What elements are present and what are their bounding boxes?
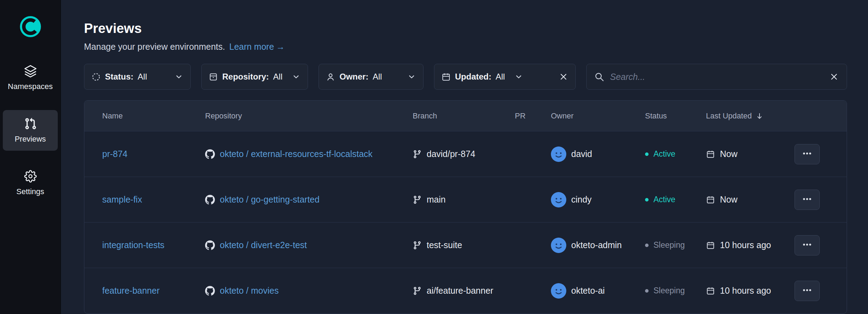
column-header-last-updated[interactable]: Last Updated [706, 111, 794, 121]
avatar [551, 146, 566, 162]
row-actions-button[interactable] [794, 281, 820, 301]
column-header-pr[interactable]: PR [515, 111, 551, 121]
previews-table: Name Repository Branch PR Owner Status L… [84, 100, 847, 314]
preview-name-link[interactable]: feature-banner [102, 286, 160, 296]
chevron-down-icon [514, 72, 523, 81]
git-branch-icon [413, 150, 422, 159]
main-content: Previews Manage your preview environment… [61, 0, 868, 314]
owner-name: okteto-ai [571, 286, 605, 296]
chevron-down-icon [292, 72, 301, 81]
git-branch-icon [413, 241, 422, 250]
status-filter-dropdown[interactable]: Status: All [84, 64, 191, 90]
row-actions-button[interactable] [794, 144, 820, 164]
preview-name-link[interactable]: integration-tests [102, 240, 164, 250]
column-header-name[interactable]: Name [102, 111, 205, 121]
ellipsis-icon [802, 148, 812, 160]
github-icon [205, 149, 215, 159]
status-dot-icon [645, 244, 649, 247]
updated-filter-dropdown[interactable]: Updated: All [434, 64, 576, 90]
sidebar-item-previews[interactable]: Previews [3, 110, 58, 151]
table-row: pr-874 okteto / external-resources-tf-lo… [84, 131, 847, 177]
status-icon [91, 72, 101, 82]
branch-name: main [427, 194, 446, 205]
repository-link[interactable]: okteto / movies [220, 286, 279, 296]
last-updated-value: 10 hours ago [720, 286, 771, 296]
status-dot-icon [645, 289, 649, 293]
last-updated-value: Now [720, 149, 737, 159]
page-subtitle: Manage your preview environments. Learn … [84, 42, 847, 52]
sidebar-item-label: Namespaces [8, 82, 52, 91]
sidebar-nav: Namespaces Previews Settings [0, 57, 61, 203]
person-icon [326, 72, 335, 82]
calendar-icon [706, 286, 715, 295]
github-icon [205, 240, 215, 250]
branch-name: ai/feature-banner [427, 286, 493, 296]
sidebar-item-label: Previews [15, 135, 46, 144]
filter-bar: Status: All Repository: All Owner: All U… [84, 64, 847, 90]
avatar [551, 192, 566, 207]
status-badge: Active [645, 149, 706, 159]
table-row: integration-tests okteto / divert-e2e-te… [84, 222, 847, 268]
avatar [551, 238, 566, 253]
github-icon [205, 195, 215, 205]
search-icon [594, 72, 604, 82]
preview-name-link[interactable]: pr-874 [102, 149, 127, 159]
calendar-icon [441, 72, 451, 82]
owner-name: david [571, 149, 592, 159]
repository-link[interactable]: okteto / external-resources-tf-localstac… [220, 149, 372, 159]
column-header-repository[interactable]: Repository [205, 111, 413, 121]
column-header-status[interactable]: Status [645, 111, 706, 121]
calendar-icon [706, 195, 715, 204]
status-dot-icon [645, 198, 649, 202]
row-actions-button[interactable] [794, 235, 820, 255]
page-title: Previews [84, 21, 847, 36]
calendar-icon [706, 150, 715, 159]
column-header-branch[interactable]: Branch [413, 111, 515, 121]
subtitle-text: Manage your preview environments. [84, 42, 225, 52]
owner-filter-dropdown[interactable]: Owner: All [318, 64, 424, 90]
github-icon [205, 286, 215, 296]
table-header-row: Name Repository Branch PR Owner Status L… [84, 101, 847, 131]
repository-link[interactable]: okteto / divert-e2e-test [220, 240, 307, 250]
sidebar-item-settings[interactable]: Settings [3, 163, 58, 203]
column-header-owner[interactable]: Owner [551, 111, 645, 121]
branch-name: test-suite [427, 240, 462, 250]
status-badge: Sleeping [645, 286, 706, 295]
repository-filter-dropdown[interactable]: Repository: All [201, 64, 308, 90]
okteto-logo-icon[interactable] [19, 15, 42, 38]
last-updated-value: 10 hours ago [720, 240, 771, 250]
last-updated-value: Now [720, 194, 737, 205]
status-dot-icon [645, 152, 649, 156]
preview-name-link[interactable]: sample-fix [102, 194, 142, 205]
chevron-down-icon [407, 72, 416, 81]
gear-icon [24, 170, 37, 183]
status-badge: Sleeping [645, 240, 706, 250]
search-bar [586, 64, 847, 90]
previews-icon [24, 117, 37, 130]
search-input[interactable] [610, 72, 824, 82]
avatar [551, 283, 566, 299]
clear-updated-filter-icon[interactable] [559, 72, 568, 82]
sort-descending-icon [755, 112, 764, 120]
chevron-down-icon [174, 72, 183, 81]
owner-name: okteto-admin [571, 240, 622, 250]
table-row: sample-fix okteto / go-getting-started m… [84, 177, 847, 222]
sidebar-item-label: Settings [16, 187, 44, 196]
arrow-right-icon: → [276, 42, 285, 52]
repository-icon [209, 72, 218, 82]
calendar-icon [706, 241, 715, 250]
sidebar-item-namespaces[interactable]: Namespaces [3, 57, 58, 98]
branch-name: david/pr-874 [427, 149, 475, 159]
git-branch-icon [413, 195, 422, 204]
ellipsis-icon [802, 194, 812, 205]
table-row: feature-banner okteto / movies ai/featur… [84, 268, 847, 313]
repository-link[interactable]: okteto / go-getting-started [220, 194, 320, 205]
row-actions-button[interactable] [794, 190, 820, 210]
namespaces-icon [24, 64, 37, 78]
sidebar: Namespaces Previews Settings [0, 0, 61, 314]
git-branch-icon [413, 286, 422, 295]
clear-search-icon[interactable] [829, 72, 839, 82]
status-badge: Active [645, 195, 706, 204]
learn-more-link[interactable]: Learn more→ [229, 42, 285, 52]
ellipsis-icon [802, 239, 812, 251]
